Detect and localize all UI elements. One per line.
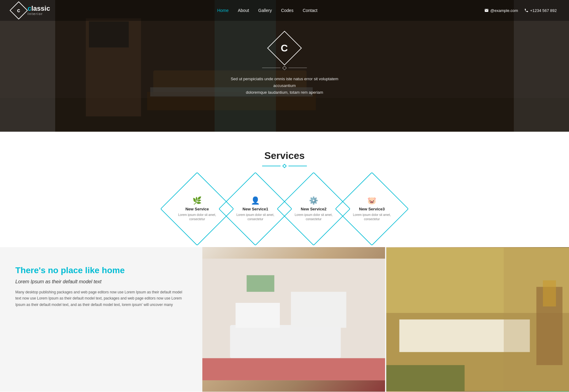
about-images [202, 247, 569, 392]
services-divider-line-left [262, 166, 281, 166]
nav-item-contact[interactable]: Contact [303, 8, 317, 13]
services-divider-line-right [288, 166, 307, 166]
hero-divider-line-left [262, 68, 281, 68]
hero-text: Sed ut perspiciatis unde omnis iste natu… [223, 76, 346, 96]
logo[interactable]: c classic Interior [12, 4, 50, 17]
service-content-0: 🌿 New Service Lorem ipsum dolor sit amet… [171, 183, 223, 235]
service-icon-0: 🌿 [193, 196, 202, 205]
service-icon-3: 🐷 [367, 196, 376, 205]
service-card-0[interactable]: 🌿 New Service Lorem ipsum dolor sit amet… [171, 183, 223, 235]
nav-link-about[interactable]: About [238, 8, 249, 13]
nav-links: Home About Gallery Codes Contact [217, 8, 317, 13]
services-grid: 🌿 New Service Lorem ipsum dolor sit amet… [12, 183, 557, 235]
service-name-1: New Service1 [242, 207, 268, 211]
svg-rect-16 [246, 275, 274, 292]
nav-email: @example.com [484, 8, 518, 13]
about-text-column: There's no place like home Lorem Ipsum a… [0, 247, 202, 392]
logo-letter: c [17, 7, 20, 13]
nav-item-about[interactable]: About [238, 8, 249, 13]
nav-item-home[interactable]: Home [217, 8, 228, 13]
nav-link-gallery[interactable]: Gallery [258, 8, 272, 13]
service-card-3[interactable]: 🐷 New Service3 Lorem ipsum dolor sit ame… [346, 183, 398, 235]
logo-brand: classic [28, 5, 50, 12]
about-image-bedroom [386, 247, 569, 392]
service-name-0: New Service [185, 207, 209, 211]
hero-divider [223, 66, 346, 70]
nav-phone: +1234 567 892 [524, 8, 557, 13]
service-content-1: 👤 New Service1 Lorem ipsum dolor sit ame… [229, 183, 281, 235]
svg-rect-14 [291, 292, 346, 328]
service-desc-1: Lorem ipsum dolor sit amet, consectetur [232, 213, 278, 221]
nav-link-codes[interactable]: Codes [281, 8, 293, 13]
nav-item-gallery[interactable]: Gallery [258, 8, 272, 13]
nav-link-contact[interactable]: Contact [303, 8, 317, 13]
hero-divider-diamond [282, 66, 287, 70]
services-title: Services [12, 150, 557, 161]
service-card-1[interactable]: 👤 New Service1 Lorem ipsum dolor sit ame… [229, 183, 281, 235]
service-icon-1: 👤 [251, 196, 260, 205]
service-name-3: New Service3 [359, 207, 385, 211]
service-desc-0: Lorem ipsum dolor sit amet, consectetur [174, 213, 220, 221]
services-divider-diamond [282, 164, 287, 168]
svg-rect-13 [235, 303, 280, 328]
about-image-bathroom [202, 247, 385, 392]
service-desc-3: Lorem ipsum dolor sit amet, consectetur [349, 213, 395, 221]
about-title: There's no place like home [15, 266, 187, 275]
about-section: There's no place like home Lorem Ipsum a… [0, 247, 569, 392]
nav-item-codes[interactable]: Codes [281, 8, 293, 13]
service-card-2[interactable]: ⚙️ New Service2 Lorem ipsum dolor sit am… [288, 183, 340, 235]
hero-logo-diamond: C [267, 31, 302, 65]
hero-divider-line-right [288, 68, 307, 68]
service-content-3: 🐷 New Service3 Lorem ipsum dolor sit ame… [346, 183, 398, 235]
nav-contact: @example.com +1234 567 892 [484, 8, 557, 13]
about-body: Many desktop publishing packages and web… [15, 289, 187, 308]
service-icon-2: ⚙️ [309, 196, 318, 205]
nav-link-home[interactable]: Home [217, 8, 228, 13]
svg-rect-12 [230, 325, 341, 358]
svg-rect-23 [504, 248, 569, 391]
navbar: c classic Interior Home About Gallery Co… [0, 0, 569, 21]
service-name-2: New Service2 [301, 207, 327, 211]
svg-rect-22 [386, 365, 464, 391]
logo-diamond: c [10, 1, 28, 19]
svg-rect-15 [202, 358, 385, 380]
hero-content: C Sed ut perspiciatis unde omnis iste na… [223, 36, 346, 96]
services-divider [12, 164, 557, 168]
services-section: Services 🌿 New Service Lorem ipsum dolor… [0, 132, 569, 247]
about-subtitle: Lorem Ipsum as their default model text [15, 279, 187, 285]
service-desc-2: Lorem ipsum dolor sit amet, consectetur [291, 213, 337, 221]
hero-logo-letter: C [281, 42, 288, 54]
logo-sub: Interior [28, 12, 50, 16]
service-content-2: ⚙️ New Service2 Lorem ipsum dolor sit am… [288, 183, 340, 235]
